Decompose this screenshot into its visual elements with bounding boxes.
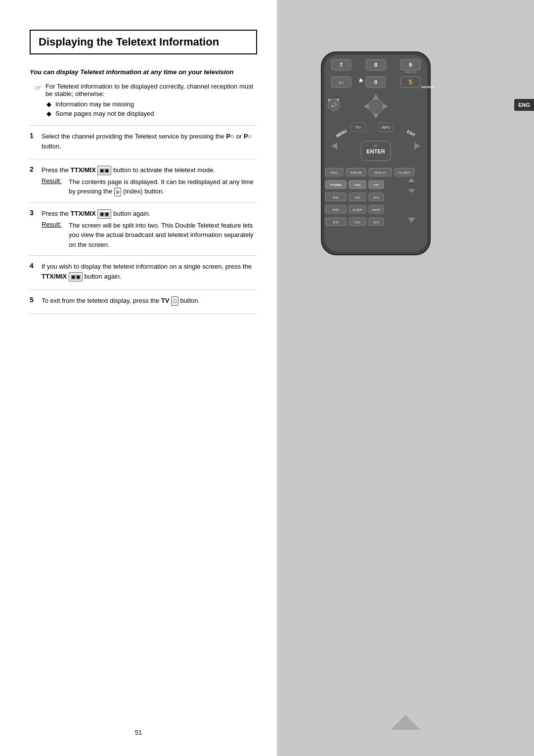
title-box: Displaying the Teletext Information [30, 30, 257, 54]
step-5-content: To exit from the teletext display, press… [42, 296, 257, 308]
step-5: 5 To exit from the teletext display, pre… [30, 289, 257, 314]
step-2-result-row: Result: The contents page is displayed. … [42, 177, 257, 196]
svg-text:7: 7 [340, 62, 343, 68]
step-4-btn: ▣▣ [69, 272, 83, 282]
svg-text:CH INFO.: CH INFO. [398, 171, 411, 174]
remote-control-image: 7 8 9 PRE-CH -/-- 0 $ P [307, 49, 475, 259]
step-3-result-label: Result: [42, 221, 69, 228]
steps-section: 1 Select the channel providing the Telet… [30, 125, 257, 314]
note-section: ☞ For Teletext information to be display… [30, 83, 257, 117]
svg-text:▣▣: ▣▣ [333, 196, 339, 199]
step-1: 1 Select the channel providing the Telet… [30, 125, 257, 159]
bullet-item-1: Information may be missing [35, 100, 257, 108]
page-container: Displaying the Teletext Information You … [0, 0, 534, 756]
step-2-text: Press the TTX/MIX ▣▣ button to activate … [42, 165, 257, 175]
svg-marker-72 [391, 715, 420, 730]
note-icon: ☞ [35, 83, 42, 93]
step-1-text: Select the channel providing the Teletex… [42, 132, 257, 151]
svg-text:S.MODE: S.MODE [350, 171, 362, 174]
svg-text:STILL: STILL [330, 171, 339, 174]
step-3-number: 3 [30, 209, 42, 217]
eng-badge: ENG [514, 99, 534, 111]
step-4-content: If you wish to display the teletext info… [42, 262, 257, 283]
step-3-text: Press the TTX/MIX ▣▣ button again. [42, 209, 257, 219]
note-intro-text: For Teletext information to be displayed… [45, 83, 257, 97]
step-2-btn: ▣▣ [97, 166, 111, 175]
step-2-result-text: The contents page is displayed. It can b… [69, 177, 257, 196]
step-3-content: Press the TTX/MIX ▣▣ button again. Resul… [42, 209, 257, 249]
svg-text:🔊: 🔊 [331, 102, 337, 108]
svg-text:PRE-CH: PRE-CH [404, 71, 416, 74]
bottom-triangle [391, 715, 420, 731]
step-1-content: Select the channel providing the Teletex… [42, 132, 257, 153]
note-intro-line: ☞ For Teletext information to be display… [35, 83, 257, 97]
step-2-result-label: Result: [42, 177, 69, 185]
svg-text:DUAL I-II: DUAL I-II [374, 171, 387, 174]
svg-point-25 [368, 99, 383, 114]
page-number: 51 [135, 729, 142, 736]
step-4-text: If you wish to display the teletext info… [42, 262, 257, 281]
step-1-number: 1 [30, 132, 42, 140]
bullet-text-2: Some pages may not be displayed [55, 110, 154, 117]
step-2-number: 2 [30, 165, 42, 173]
svg-text:▣▣: ▣▣ [355, 196, 360, 199]
triangle-svg [391, 715, 420, 730]
svg-text:PIP: PIP [374, 184, 379, 187]
svg-text:DNR: DNR [333, 208, 340, 211]
remote-svg: 7 8 9 PRE-CH -/-- 0 $ P [307, 49, 445, 257]
step-5-number: 5 [30, 296, 42, 304]
bullet-text-1: Information may be missing [55, 100, 134, 108]
svg-text:TTX/MIX: TTX/MIX [330, 184, 342, 187]
svg-text:ENTER: ENTER [366, 148, 385, 154]
svg-text:SOURCE: SOURCE [421, 86, 434, 89]
step-2-content: Press the TTX/MIX ▣▣ button to activate … [42, 165, 257, 196]
svg-text:▣▣: ▣▣ [333, 221, 339, 224]
content-area: Displaying the Teletext Information You … [0, 0, 277, 756]
svg-text:TV○: TV○ [355, 126, 361, 129]
svg-text:SWAP: SWAP [372, 208, 380, 211]
svg-text:$: $ [408, 78, 412, 86]
step-3: 3 Press the TTX/MIX ▣▣ button again. Res… [30, 202, 257, 255]
step-4: 4 If you wish to display the teletext in… [30, 255, 257, 289]
step-3-btn: ▣▣ [97, 209, 111, 219]
svg-text:INFO: INFO [382, 126, 390, 129]
page-title: Displaying the Teletext Information [39, 36, 248, 48]
svg-text:▣▣: ▣▣ [373, 196, 379, 199]
step-3-result-text: The screen will be split into two. This … [69, 221, 257, 250]
step-2: 2 Press the TTX/MIX ▣▣ button to activat… [30, 159, 257, 202]
index-btn: ≡ [114, 188, 121, 197]
svg-text:TIME: TIME [354, 184, 361, 187]
svg-text:▣▣: ▣▣ [355, 221, 360, 224]
svg-text:-/--: -/-- [338, 80, 344, 85]
subtitle: You can display Teletext information at … [30, 68, 257, 76]
step-3-result-row: Result: The screen will be split into tw… [42, 221, 257, 250]
svg-text:9: 9 [409, 62, 412, 68]
svg-text:▣▣: ▣▣ [373, 221, 379, 224]
svg-text:↵: ↵ [374, 143, 378, 148]
step-4-number: 4 [30, 262, 42, 270]
svg-text:8: 8 [374, 62, 377, 68]
bullet-item-2: Some pages may not be displayed [35, 110, 257, 117]
svg-text:SLEEP: SLEEP [353, 208, 362, 211]
step-5-tv-btn: □ [171, 296, 178, 306]
svg-text:0: 0 [374, 79, 377, 85]
right-panel: ENG 7 8 9 PRE-CH -/-- [277, 0, 534, 756]
step-5-text: To exit from the teletext display, press… [42, 296, 257, 306]
